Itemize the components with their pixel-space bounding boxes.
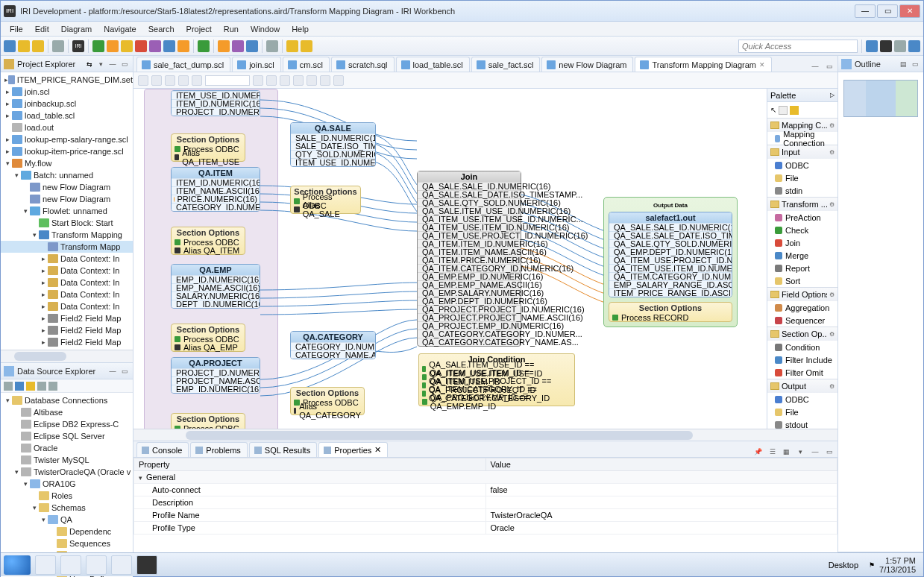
tree-item[interactable]: Start Block: Start: [1, 217, 133, 229]
taskbar-folder-icon[interactable]: [60, 555, 81, 575]
menu-edit[interactable]: Edit: [29, 23, 55, 35]
bottom-tab-sql-results[interactable]: SQL Results: [249, 442, 317, 457]
taskbar-iri-icon[interactable]: [136, 555, 157, 575]
section-options-node[interactable]: Section OptionsProcess ODBCAlias QA_SALE: [290, 186, 361, 214]
tree-item[interactable]: ▾Schemas: [1, 502, 133, 514]
ds-tool-5-icon[interactable]: [48, 382, 57, 391]
palette-item[interactable]: Filter Include: [767, 353, 837, 366]
tree-item[interactable]: Sequences: [1, 537, 133, 549]
section-options-node[interactable]: Section OptionsProcess ODBCAlias QA_CATE…: [290, 387, 365, 415]
minimize-view-icon[interactable]: —: [810, 447, 820, 457]
categories-icon[interactable]: ▦: [782, 447, 792, 457]
section-options-node[interactable]: Section OptionsProcess ODBCAlias QA_EMP: [171, 324, 245, 352]
align-1-icon[interactable]: [280, 75, 290, 86]
palette-item[interactable]: Check: [767, 224, 837, 236]
perspective-3-icon[interactable]: [908, 40, 920, 52]
editor-tab[interactable]: Transform Mapping Diagram✕: [635, 57, 772, 72]
col-property[interactable]: Property: [134, 458, 486, 471]
font-selector[interactable]: [205, 75, 250, 86]
layout-1-icon[interactable]: [307, 75, 317, 86]
perspective-1-icon[interactable]: [866, 40, 878, 52]
wand-4-icon[interactable]: [135, 40, 147, 52]
bottom-tab-problems[interactable]: Problems: [190, 442, 247, 457]
outline-thumbnail[interactable]: [838, 72, 923, 552]
property-row[interactable]: Description: [134, 496, 837, 509]
pin-icon[interactable]: 📌: [753, 447, 764, 457]
tree-item[interactable]: ▾Flowlet: unnamed: [1, 205, 133, 217]
bottom-tab-properties[interactable]: Properties✕: [318, 442, 388, 457]
palette-item[interactable]: Report: [767, 262, 837, 274]
tree-item[interactable]: Twister MySQL: [1, 454, 133, 466]
tree-item[interactable]: ▸Field2 Field Map: [1, 336, 133, 348]
diagram-canvas[interactable]: ITEM_USE_ID.NUMERIC(16)ITEM_ID.NUMERIC(1…: [133, 89, 767, 429]
diagram-node[interactable]: QA.SALESALE_ID.NUMERIC(16)SALE_DATE.ISO_…: [290, 122, 376, 167]
tree-item[interactable]: Oracle: [1, 442, 133, 454]
ds-tool-1-icon[interactable]: [4, 382, 13, 391]
tree-item[interactable]: ▸Data Context: In: [1, 277, 133, 288]
close-button[interactable]: ✕: [899, 4, 920, 18]
join-condition-node[interactable]: Join ConditionQA_SALE.ITEM_USE_ID == QA_…: [418, 353, 575, 406]
diagram-node[interactable]: ITEM_USE_ID.NUMERIC(16)ITEM_ID.NUMERIC(1…: [171, 90, 260, 116]
palette-item[interactable]: Join: [767, 236, 837, 249]
diagram-node[interactable]: QA.ITEMITEM_ID.NUMERIC(16)ITEM_NAME.ASCI…: [171, 167, 260, 212]
property-row[interactable]: Profile NameTwisterOracleQA: [134, 509, 837, 522]
tree-item[interactable]: ▸joinbackup.scl: [1, 98, 133, 110]
tree-item[interactable]: Dependenc: [1, 526, 133, 537]
editor-tab[interactable]: scratch.sql: [331, 57, 395, 72]
project-explorer-tree[interactable]: ▸ITEM_PRICE_RANGE_DIM.set▸join.scl▸joinb…: [1, 74, 133, 348]
diagram-node[interactable]: QA.EMPEMP_ID.NUMERIC(16)EMP_NAME.ASCII(1…: [171, 264, 260, 309]
tree-item[interactable]: ▾Batch: unnamed: [1, 169, 133, 181]
minimize-view-icon[interactable]: —: [107, 366, 118, 376]
tree-item[interactable]: ▸Data Context: In: [1, 300, 133, 312]
menu-help[interactable]: Help: [286, 23, 315, 35]
palette-item[interactable]: Sequencer: [767, 314, 837, 327]
zoom-icon[interactable]: [138, 75, 148, 86]
editor-minimize-icon[interactable]: —: [810, 61, 820, 72]
tree-item[interactable]: ▸Data Context: In: [1, 288, 133, 300]
scrollbar-h[interactable]: [133, 429, 837, 441]
editor-tab[interactable]: new Flow Diagram: [541, 57, 633, 72]
wand-2-icon[interactable]: [107, 40, 119, 52]
clock[interactable]: 1:57 PM 7/13/2015: [879, 556, 920, 574]
palette-item[interactable]: ODBC: [767, 159, 837, 171]
magic-icon[interactable]: [232, 40, 244, 52]
tree-item[interactable]: ▸Field2 Field Map: [1, 312, 133, 324]
wand-5-icon[interactable]: [149, 40, 161, 52]
editor-tab[interactable]: sale_fact_dump.scl: [136, 57, 230, 72]
link-editor-icon[interactable]: ⇆: [87, 60, 92, 68]
palette-item[interactable]: Merge: [767, 249, 837, 262]
menu-navigate[interactable]: Navigate: [98, 23, 142, 35]
perspective-iri-icon[interactable]: [880, 40, 892, 52]
tree-item[interactable]: ▸Field2 Field Map: [1, 324, 133, 336]
palette-item[interactable]: Condition: [767, 341, 837, 353]
tree-item[interactable]: ▸Data Context: In: [1, 265, 133, 277]
data-source-tree[interactable]: ▾Database ConnectionsAltibaseEclipse DB2…: [1, 394, 133, 577]
palette-header[interactable]: Palette▷: [767, 89, 837, 102]
tree-item[interactable]: new Flow Diagram: [1, 181, 133, 193]
menu-diagram[interactable]: Diagram: [55, 23, 98, 35]
save-icon[interactable]: [18, 40, 30, 52]
layout-3-icon[interactable]: [333, 75, 344, 86]
tree-item[interactable]: ▸ITEM_PRICE_RANGE_DIM.set: [1, 74, 133, 86]
wand-6-icon[interactable]: [163, 40, 175, 52]
tree-item[interactable]: ▸Data Context: In: [1, 253, 133, 265]
wand-7-icon[interactable]: [177, 40, 189, 52]
start-button[interactable]: [4, 555, 31, 575]
quick-access-input[interactable]: [738, 40, 858, 53]
palette-section-header[interactable]: Input⚙: [767, 145, 837, 159]
menu-run[interactable]: Run: [218, 23, 245, 35]
output-node[interactable]: Output Datasalefact1.outQA_SALE.SALE_ID.…: [603, 197, 738, 327]
palette-item[interactable]: stdout: [767, 418, 837, 429]
tool-font-icon[interactable]: [165, 75, 175, 86]
editor-tab[interactable]: sale_fact.scl: [471, 57, 541, 72]
palette-section-header[interactable]: Transform ...⚙: [767, 198, 837, 211]
menu-window[interactable]: Window: [245, 23, 286, 35]
section-options-node[interactable]: Section OptionsProcess ODBCAlias QA_ITEM…: [171, 133, 245, 162]
palette-item[interactable]: stdin: [767, 184, 837, 197]
menu-file[interactable]: File: [4, 23, 29, 35]
star-icon[interactable]: [218, 40, 230, 52]
view-menu-icon[interactable]: ▾: [95, 59, 106, 69]
cursor-icon[interactable]: ↖: [770, 106, 776, 114]
scrollbar-h[interactable]: [1, 350, 133, 362]
line-icon[interactable]: [266, 75, 277, 86]
